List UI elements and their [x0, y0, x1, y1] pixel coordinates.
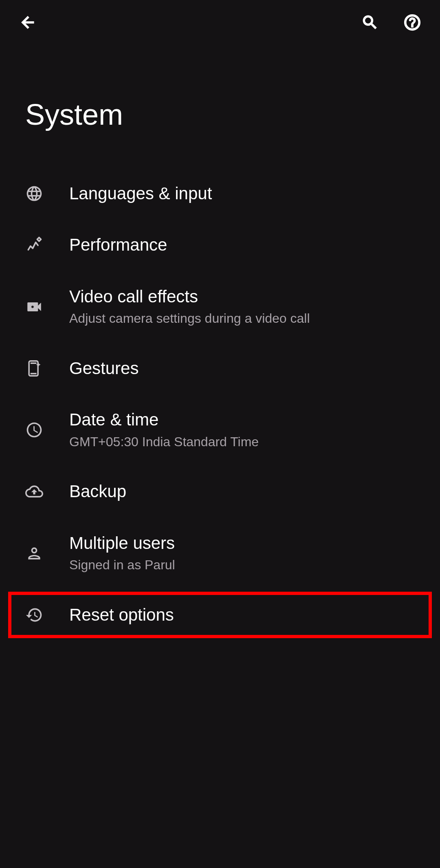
item-text: Reset options [69, 605, 424, 625]
arrow-back-icon [19, 13, 37, 31]
item-text: Backup [69, 481, 424, 502]
page-title: System [0, 45, 440, 168]
performance-icon [25, 236, 43, 254]
video-cam-icon [25, 298, 43, 316]
settings-item-video-call-effects[interactable]: Video call effectsAdjust camera settings… [0, 271, 440, 343]
item-text: Languages & input [69, 183, 424, 204]
phone-sparkle-icon [25, 359, 43, 377]
help-icon [403, 13, 422, 32]
item-title: Backup [69, 481, 424, 502]
clock-icon [25, 421, 43, 439]
settings-list: Languages & inputPerformanceVideo call e… [0, 168, 440, 641]
item-subtitle: Adjust camera settings during a video ca… [69, 310, 424, 327]
item-title: Languages & input [69, 183, 424, 204]
item-subtitle: GMT+05:30 India Standard Time [69, 434, 424, 451]
settings-item-languages-input[interactable]: Languages & input [0, 168, 440, 219]
item-text: Date & timeGMT+05:30 India Standard Time [69, 410, 424, 450]
globe-icon [25, 185, 43, 203]
help-button[interactable] [401, 11, 424, 34]
item-text: Performance [69, 235, 424, 255]
back-button[interactable] [16, 11, 39, 34]
settings-item-performance[interactable]: Performance [0, 219, 440, 271]
search-icon [361, 13, 379, 31]
settings-item-backup[interactable]: Backup [0, 466, 440, 517]
person-icon [25, 544, 43, 562]
item-text: Gestures [69, 358, 424, 379]
toolbar-right [359, 11, 424, 34]
item-text: Multiple usersSigned in as Parul [69, 533, 424, 574]
search-button[interactable] [359, 11, 381, 34]
item-title: Multiple users [69, 533, 424, 553]
settings-item-gestures[interactable]: Gestures [0, 343, 440, 394]
settings-item-multiple-users[interactable]: Multiple usersSigned in as Parul [0, 518, 440, 589]
cloud-upload-icon [25, 482, 43, 500]
item-title: Gestures [69, 358, 424, 379]
item-title: Date & time [69, 410, 424, 430]
toolbar-left [16, 11, 39, 34]
settings-item-date-time[interactable]: Date & timeGMT+05:30 India Standard Time [0, 394, 440, 466]
item-text: Video call effectsAdjust camera settings… [69, 286, 424, 327]
reset-icon [25, 606, 43, 624]
item-subtitle: Signed in as Parul [69, 557, 424, 574]
toolbar [0, 0, 440, 45]
item-title: Performance [69, 235, 424, 255]
item-title: Reset options [69, 605, 424, 625]
item-title: Video call effects [69, 286, 424, 307]
settings-item-reset-options[interactable]: Reset options [0, 589, 440, 641]
